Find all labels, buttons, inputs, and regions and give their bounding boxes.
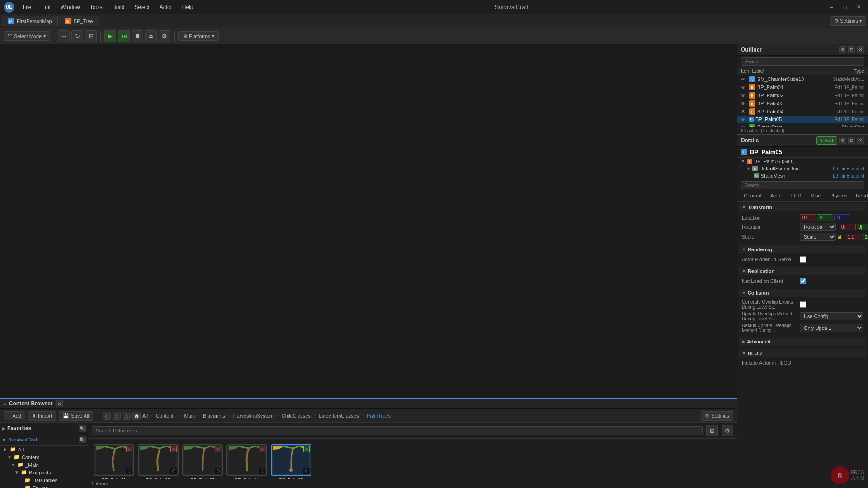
bc-blueprints[interactable]: Blueprints xyxy=(203,413,225,418)
rendering-header[interactable]: ▼ Rendering xyxy=(739,245,866,253)
platforms-button[interactable]: 🖥 Platforms ▾ xyxy=(178,31,218,41)
gen-overlap-checkbox[interactable] xyxy=(800,301,806,308)
palm02-add-btn[interactable]: + xyxy=(170,446,177,452)
bc-child[interactable]: ChildClasses xyxy=(282,413,311,418)
details-settings-btn[interactable]: ⚙ xyxy=(839,137,846,144)
scale-x-input[interactable] xyxy=(846,234,862,240)
bc-all[interactable]: All xyxy=(142,413,148,418)
transform-header[interactable]: ▼ Transform xyxy=(739,203,866,211)
location-z-input[interactable] xyxy=(834,214,850,221)
asset-bp-palm01[interactable]: + ⬡ BP_Palm01 xyxy=(94,444,134,479)
tree-content[interactable]: ▼ 📁 Content xyxy=(0,453,88,461)
location-y-input[interactable] xyxy=(817,214,833,221)
menu-tools[interactable]: Tools xyxy=(85,2,107,12)
menu-actor[interactable]: Actor xyxy=(155,2,177,12)
outliner-row-3[interactable]: 👁 B BP_Palm03 Edit BP_Palmc xyxy=(737,99,868,108)
asset-bp-palm05[interactable]: + ⬡ BP_Palm05 xyxy=(271,444,311,479)
scale-type-select[interactable]: Scale xyxy=(800,233,836,241)
settings-button[interactable]: ⚙ Settings ▾ xyxy=(830,16,866,26)
stop-button[interactable]: ⏹ xyxy=(132,30,143,42)
palm04-add-btn[interactable]: + xyxy=(259,446,265,452)
hlod-header[interactable]: ▼ HLOD xyxy=(739,349,866,357)
save-all-button[interactable]: 💾 Save All xyxy=(59,411,93,421)
eject-button[interactable]: ⏏ xyxy=(145,30,157,42)
outliner-row-1[interactable]: 👁 B BP_Palm01 Edit BP_Palmc xyxy=(737,83,868,91)
replication-header[interactable]: ▼ Replication xyxy=(739,267,866,275)
asset-search-input[interactable] xyxy=(92,426,703,435)
menu-build[interactable]: Build xyxy=(108,2,129,12)
tab-rendering[interactable]: Rendering xyxy=(851,191,868,201)
filter-btn[interactable]: ⊟ xyxy=(706,425,718,436)
scale-y-input[interactable] xyxy=(863,234,868,240)
tree-blueprints[interactable]: ▼ 📁 Blueprints xyxy=(0,469,88,476)
skip-button[interactable]: ⏭ xyxy=(118,30,130,42)
outliner-search-input[interactable] xyxy=(741,57,864,66)
tree-enums[interactable]: 📁 Enums xyxy=(0,484,88,488)
scale-lock-icon[interactable]: 🔒 xyxy=(837,235,842,239)
outliner-settings-btn[interactable]: ⚙ xyxy=(839,46,846,53)
menu-file[interactable]: File xyxy=(18,2,36,12)
outliner-close-btn[interactable]: ✕ xyxy=(857,46,864,53)
details-search-input[interactable] xyxy=(741,181,864,189)
bc-harvesting[interactable]: HarvestingSystem xyxy=(233,413,274,418)
tab-bp-tree[interactable]: B BP_Tree xyxy=(59,16,99,26)
tab-misc[interactable]: Misc xyxy=(806,191,825,201)
settings2-button[interactable]: ⚙ xyxy=(159,30,170,42)
menu-help[interactable]: Help xyxy=(178,2,198,12)
tab-lod[interactable]: LOD xyxy=(787,191,806,201)
palm05-add-btn[interactable]: + xyxy=(303,446,310,452)
nav-up-btn[interactable]: △ xyxy=(123,412,131,420)
asset-bp-palm04[interactable]: + ⬡ BP_Palm04 xyxy=(226,444,267,479)
location-x-input[interactable] xyxy=(800,214,816,221)
outliner-row-5[interactable]: 👁 B BP_Palm05 Edit BP_Palmc xyxy=(737,116,868,123)
tree-main[interactable]: ▼ 📁 _Main xyxy=(0,461,88,469)
bc-main[interactable]: _Main xyxy=(181,413,195,418)
tab-first-person-map[interactable]: M FirstPersonMap xyxy=(2,16,58,26)
maximize-button[interactable]: □ xyxy=(839,3,851,11)
menu-window[interactable]: Window xyxy=(56,2,85,12)
add-asset-button[interactable]: + Add xyxy=(4,411,25,420)
cb-close-button[interactable]: ✕ xyxy=(56,400,63,407)
details-close-btn[interactable]: ✕ xyxy=(857,137,864,144)
nav-fwd-btn[interactable]: ▷ xyxy=(113,412,121,420)
edit-bp-link-2[interactable]: Edit in Blueprint xyxy=(833,174,864,178)
close-button[interactable]: ✕ xyxy=(853,3,864,11)
rotation-type-select[interactable]: Rotation xyxy=(800,223,836,231)
tab-actor[interactable]: Actor xyxy=(766,191,787,201)
net-load-checkbox[interactable] xyxy=(800,278,806,284)
cb-settings-button[interactable]: ⚙ Settings xyxy=(701,411,733,421)
favorites-search-btn[interactable]: 🔍 xyxy=(79,425,86,432)
outliner-row-2[interactable]: 👁 B BP_Palm02 Edit BP_Palmc xyxy=(737,91,868,99)
rotate-button[interactable]: ↻ xyxy=(71,30,83,42)
bc-palmtrees[interactable]: PalmTrees xyxy=(367,413,391,418)
update-overlap-select[interactable]: Use Config xyxy=(800,312,863,320)
minimize-button[interactable]: ─ xyxy=(826,3,837,11)
asset-bp-palm03[interactable]: + ⬡ BP_Palm03 xyxy=(182,444,223,479)
palm03-add-btn[interactable]: + xyxy=(215,446,221,452)
advanced-header[interactable]: ▶ Advanced xyxy=(739,338,866,346)
palm01-add-btn[interactable]: + xyxy=(126,446,132,452)
rotation-x-input[interactable] xyxy=(840,224,856,230)
nav-home-btn[interactable]: 🏠 xyxy=(132,412,141,420)
tree-all[interactable]: ▶ 📁 All xyxy=(0,446,88,453)
tab-physics[interactable]: Physics xyxy=(825,191,851,201)
play-button[interactable]: ▶ xyxy=(104,30,116,42)
menu-edit[interactable]: Edit xyxy=(37,2,55,12)
details-add-button[interactable]: + Add xyxy=(816,136,837,145)
tab-general[interactable]: General xyxy=(739,191,766,201)
outliner-row-0[interactable]: 👁 ⬡ SM_ChamferCube18 StaticMeshAc... xyxy=(737,75,868,83)
nav-back-btn[interactable]: ◁ xyxy=(103,412,111,420)
scale-button[interactable]: ⊞ xyxy=(85,30,97,42)
edit-bp-link-1[interactable]: Edit in Blueprint xyxy=(833,166,864,171)
outliner-filter-btn[interactable]: ⊟ xyxy=(848,46,855,53)
details-filter-btn[interactable]: ⊟ xyxy=(848,137,855,144)
bc-large[interactable]: LargeItemClasses xyxy=(319,413,359,418)
tree-datatables[interactable]: 📁 DataTables xyxy=(0,476,88,484)
import-button[interactable]: ⬇ Import xyxy=(28,411,56,421)
asset-bp-palm02[interactable]: + ⬡ BP_Palm02 xyxy=(138,444,179,479)
collision-header[interactable]: ▼ Collision xyxy=(739,289,866,297)
bc-content[interactable]: Content xyxy=(156,413,174,418)
select-mode-button[interactable]: ⬚ Select Mode ▾ xyxy=(4,31,50,41)
menu-select[interactable]: Select xyxy=(130,2,154,12)
sc-search-btn[interactable]: 🔍 xyxy=(79,436,86,443)
